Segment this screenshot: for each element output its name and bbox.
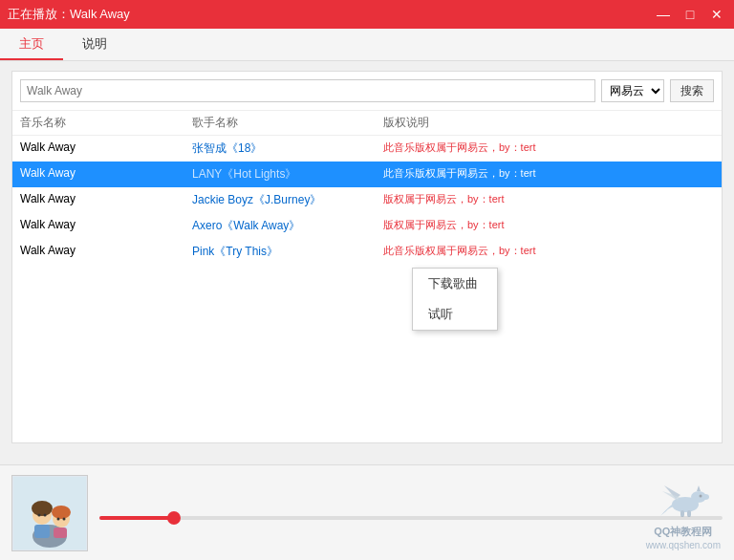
table-row[interactable]: Walk Away 张智成《18》 此音乐版权属于网易云，by：tert <box>12 136 722 162</box>
svg-marker-15 <box>697 485 701 491</box>
cell-name: Walk Away <box>20 140 192 157</box>
search-button[interactable]: 搜索 <box>670 79 714 102</box>
progress-thumb[interactable] <box>167 511 181 525</box>
search-bar: 网易云 搜索 <box>12 72 722 111</box>
table-body: Walk Away 张智成《18》 此音乐版权属于网易云，by：tert Wal… <box>12 136 722 265</box>
cell-artist[interactable]: Axero《Walk Away》 <box>192 218 383 234</box>
cell-copyright: 此音乐版权属于网易云，by：tert <box>383 166 714 183</box>
maximize-button[interactable]: □ <box>680 5 700 24</box>
watermark-site: QQ神教程网 <box>646 525 721 539</box>
minimize-button[interactable]: — <box>654 5 673 24</box>
progress-area[interactable] <box>99 506 723 520</box>
search-input[interactable] <box>20 79 595 102</box>
svg-rect-18 <box>680 510 684 517</box>
table-row[interactable]: Walk Away Jackie Boyz《J.Burney》 版权属于网易云，… <box>12 187 722 213</box>
context-menu-download[interactable]: 下载歌曲 <box>413 269 497 299</box>
svg-point-3 <box>32 501 53 516</box>
svg-point-14 <box>702 494 709 500</box>
svg-point-11 <box>63 517 66 520</box>
window-title: 正在播放：Walk Away <box>8 6 130 23</box>
svg-point-20 <box>700 494 702 497</box>
tab-bar: 主页 说明 <box>0 29 734 61</box>
cell-artist[interactable]: LANY《Hot Lights》 <box>192 166 383 183</box>
table-row[interactable]: Walk Away LANY《Hot Lights》 此音乐版权属于网易云，by… <box>12 162 722 187</box>
search-source-select[interactable]: 网易云 <box>601 79 664 102</box>
cell-name: Walk Away <box>20 244 192 260</box>
svg-point-9 <box>44 513 47 516</box>
table-row[interactable]: Walk Away Pink《Try This》 此音乐版权属于网易云，by：t… <box>12 239 722 265</box>
cell-name: Walk Away <box>20 166 192 183</box>
cell-artist[interactable]: Pink《Try This》 <box>192 244 383 260</box>
cell-name: Walk Away <box>20 218 192 234</box>
cell-copyright: 此音乐版权属于网易云，by：tert <box>383 140 714 157</box>
context-menu: 下载歌曲 试听 <box>412 268 498 331</box>
table-header: 音乐名称 歌手名称 版权说明 <box>12 111 722 136</box>
svg-point-8 <box>38 513 41 516</box>
close-button[interactable]: ✕ <box>707 5 726 24</box>
progress-track[interactable] <box>99 516 723 520</box>
album-art <box>11 475 88 551</box>
table-row[interactable]: Walk Away Axero《Walk Away》 版权属于网易云，by：te… <box>12 213 722 239</box>
col-header-copyright: 版权说明 <box>383 115 714 131</box>
svg-rect-19 <box>687 510 691 517</box>
progress-fill <box>99 516 174 520</box>
svg-point-5 <box>52 506 71 519</box>
window-controls: — □ ✕ <box>654 5 726 24</box>
tab-desc[interactable]: 说明 <box>63 30 126 60</box>
svg-rect-7 <box>54 528 67 538</box>
cell-name: Walk Away <box>20 192 192 208</box>
player-bar: QQ神教程网 www.qqshen.com <box>0 464 734 560</box>
cell-copyright: 版权属于网易云，by：tert <box>383 218 714 234</box>
cell-copyright: 版权属于网易云，by：tert <box>383 192 714 208</box>
col-header-artist: 歌手名称 <box>192 115 383 131</box>
title-bar: 正在播放：Walk Away — □ ✕ <box>0 0 734 29</box>
cell-artist[interactable]: 张智成《18》 <box>192 140 383 157</box>
context-menu-preview[interactable]: 试听 <box>413 299 497 330</box>
tab-home[interactable]: 主页 <box>0 30 63 60</box>
cell-artist[interactable]: Jackie Boyz《J.Burney》 <box>192 192 383 208</box>
svg-point-10 <box>57 517 60 520</box>
main-content: 网易云 搜索 音乐名称 歌手名称 版权说明 Walk Away 张智成《18》 … <box>11 71 723 443</box>
svg-rect-6 <box>34 525 50 538</box>
col-header-name: 音乐名称 <box>20 115 192 131</box>
cell-copyright: 此音乐版权属于网易云，by：tert <box>383 244 714 260</box>
watermark: QQ神教程网 www.qqshen.com <box>646 478 721 552</box>
album-art-image <box>13 477 86 549</box>
watermark-dragon-icon <box>657 478 709 521</box>
watermark-url: www.qqshen.com <box>646 539 721 552</box>
